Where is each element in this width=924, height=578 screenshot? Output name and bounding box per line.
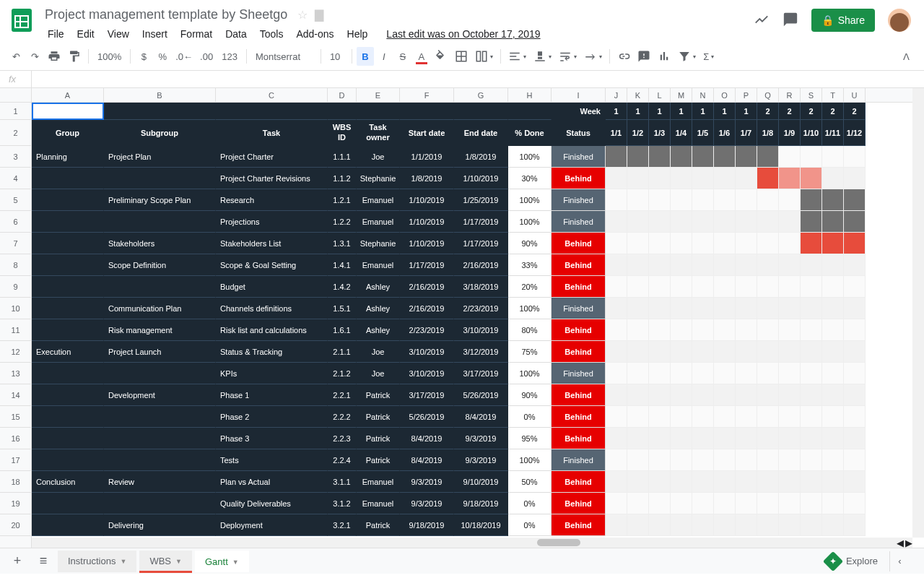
row-header[interactable]: 8 [0,254,31,276]
end-cell[interactable]: 9/3/2019 [454,449,508,471]
gantt-cell[interactable] [757,514,779,536]
fill-color-button[interactable] [432,47,450,66]
gantt-cell[interactable] [671,211,692,233]
scroll-right-icon[interactable]: ▶ [905,538,912,548]
gantt-cell[interactable] [822,254,844,276]
status-cell[interactable]: Behind [552,341,606,363]
insert-comment-button[interactable] [635,47,653,66]
gantt-cell[interactable] [606,189,627,211]
gantt-cell[interactable] [714,233,736,254]
task-cell[interactable]: Project Charter [216,146,328,168]
owner-cell[interactable]: Patrick [357,514,400,536]
column-header[interactable]: L [649,88,671,102]
date-header-cell[interactable]: 1/9 [779,120,801,146]
header-cell[interactable]: Task [216,120,328,146]
tab-gantt[interactable]: Gantt▼ [195,551,249,572]
column-header[interactable]: I [552,88,606,102]
subgroup-cell[interactable]: Project Plan [104,146,216,168]
text-wrap-button[interactable] [556,47,580,66]
gantt-cell[interactable] [779,449,801,471]
gantt-cell[interactable] [822,298,844,319]
gantt-cell[interactable] [779,146,801,168]
gantt-cell[interactable] [822,341,844,363]
insert-link-button[interactable] [614,47,633,66]
wbs-cell[interactable]: 3.2.1 [328,514,357,536]
merge-cells-button[interactable] [472,47,496,66]
start-cell[interactable]: 1/10/2019 [400,211,454,233]
status-cell[interactable]: Behind [552,428,606,449]
gantt-cell[interactable] [714,254,736,276]
gantt-cell[interactable] [844,493,866,514]
end-cell[interactable]: 3/18/2019 [454,276,508,298]
column-header[interactable]: K [627,88,649,102]
group-cell[interactable] [32,276,104,298]
done-cell[interactable]: 0% [508,514,552,536]
end-cell[interactable]: 10/18/2019 [454,514,508,536]
header-cell[interactable]: Task owner [357,120,400,146]
gantt-cell[interactable] [779,363,801,384]
gantt-cell[interactable] [692,233,714,254]
date-header-cell[interactable]: 1/2 [627,120,649,146]
explore-button[interactable]: ✦ Explore ‹ [817,551,918,571]
italic-button[interactable]: I [375,47,393,66]
gantt-cell[interactable] [779,189,801,211]
gantt-cell[interactable] [779,233,801,254]
owner-cell[interactable]: Emanuel [357,471,400,493]
column-header[interactable]: C [216,88,328,102]
gantt-cell[interactable] [822,514,844,536]
gantt-cell[interactable] [844,298,866,319]
star-icon[interactable]: ☆ [297,8,308,22]
toolbar-expand-icon[interactable]: ᐱ [896,51,917,62]
gantt-cell[interactable] [714,146,736,168]
owner-cell[interactable]: Joe [357,146,400,168]
gantt-cell[interactable] [671,493,692,514]
end-cell[interactable]: 5/26/2019 [454,384,508,406]
gantt-cell[interactable] [801,341,822,363]
wbs-cell[interactable]: 1.1.2 [328,168,357,189]
gantt-cell[interactable] [627,254,649,276]
gantt-cell[interactable] [779,168,801,189]
wbs-cell[interactable]: 1.4.1 [328,254,357,276]
gantt-cell[interactable] [844,384,866,406]
column-header[interactable]: D [328,88,357,102]
gantt-cell[interactable] [606,449,627,471]
done-cell[interactable]: 95% [508,428,552,449]
column-header[interactable]: R [779,88,801,102]
start-cell[interactable]: 1/10/2019 [400,233,454,254]
gantt-cell[interactable] [801,211,822,233]
gantt-cell[interactable] [736,146,757,168]
gantt-cell[interactable] [757,363,779,384]
gantt-cell[interactable] [736,363,757,384]
wbs-cell[interactable]: 1.2.2 [328,211,357,233]
done-cell[interactable]: 100% [508,211,552,233]
gantt-cell[interactable] [692,298,714,319]
gantt-cell[interactable] [692,146,714,168]
gantt-cell[interactable] [649,189,671,211]
gantt-cell[interactable] [692,363,714,384]
decrease-decimal-button[interactable]: .0← [173,47,196,66]
gantt-cell[interactable] [757,428,779,449]
gantt-cell[interactable] [671,384,692,406]
wbs-cell[interactable]: 2.1.1 [328,341,357,363]
owner-cell[interactable]: Patrick [357,449,400,471]
gantt-cell[interactable] [844,341,866,363]
end-cell[interactable]: 1/17/2019 [454,211,508,233]
status-cell[interactable]: Finished [552,211,606,233]
column-header[interactable]: O [714,88,736,102]
subgroup-cell[interactable] [104,406,216,428]
gantt-cell[interactable] [801,276,822,298]
done-cell[interactable]: 100% [508,189,552,211]
sheets-logo[interactable] [7,6,36,35]
gantt-cell[interactable] [801,449,822,471]
gantt-cell[interactable] [649,514,671,536]
task-cell[interactable]: Project Charter Revisions [216,168,328,189]
wbs-cell[interactable]: 2.1.2 [328,363,357,384]
wbs-cell[interactable]: 1.4.2 [328,276,357,298]
gantt-cell[interactable] [671,449,692,471]
cell[interactable] [328,103,357,120]
all-sheets-button[interactable]: ≡ [32,551,55,572]
horizontal-align-button[interactable] [505,47,529,66]
gantt-cell[interactable] [692,406,714,428]
move-folder-icon[interactable]: ▇ [315,8,323,22]
owner-cell[interactable]: Emanuel [357,254,400,276]
